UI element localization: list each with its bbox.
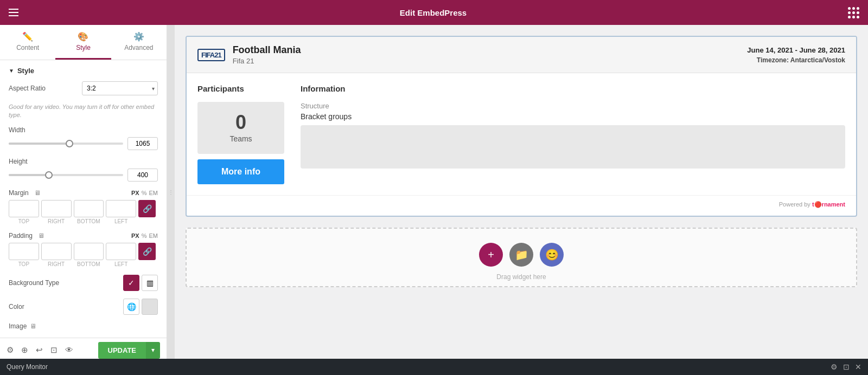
margin-link-button[interactable]: 🔗 (138, 200, 156, 217)
margin-left-label: LEFT (106, 218, 136, 224)
panel-content: ▼ Style Aspect Ratio 3:2 16:9 4:3 1:1 ▾ … (0, 60, 167, 338)
color-swatch-btn[interactable] (142, 299, 158, 315)
eye-icon[interactable]: 👁 (65, 345, 73, 355)
margin-section: Margin 🖥 PX % EM 🔗 (9, 189, 158, 224)
padding-left-input[interactable] (106, 243, 136, 260)
layers-icon[interactable]: ⊕ (21, 345, 28, 355)
padding-unit-px[interactable]: PX (131, 232, 139, 239)
qm-icons: ⚙ ⊡ ✕ (831, 363, 861, 371)
padding-inputs-grid: 🔗 (9, 243, 158, 260)
margin-device-icon: 🖥 (34, 189, 41, 197)
query-monitor-label[interactable]: Query Monitor (7, 363, 48, 371)
embed-date-range: June 14, 2021 - June 28, 2021 (747, 46, 845, 54)
height-slider-track[interactable] (9, 174, 123, 176)
background-type-buttons: ✓ ▥ (123, 275, 158, 291)
padding-right-input[interactable] (41, 243, 72, 260)
aspect-ratio-row: Aspect Ratio 3:2 16:9 4:3 1:1 ▾ (9, 81, 158, 95)
left-panel: ✏️ Content 🎨 Style ⚙️ Advanced ▼ Style A… (0, 25, 167, 359)
tab-advanced[interactable]: ⚙️ Advanced (111, 25, 167, 60)
padding-top-label: TOP (9, 261, 39, 267)
padding-left-label: LEFT (106, 261, 136, 267)
query-monitor-bar: Query Monitor ⚙ ⊡ ✕ (0, 359, 868, 375)
embed-timezone: Timezone: Antarctica/Vostok (747, 56, 845, 64)
embed-subtitle: Fifa 21 (233, 57, 301, 65)
width-input[interactable] (127, 137, 158, 150)
height-input[interactable] (127, 169, 158, 182)
margin-left-input[interactable] (106, 200, 136, 217)
collapse-arrow: ▼ (9, 68, 14, 74)
main-layout: ✏️ Content 🎨 Style ⚙️ Advanced ▼ Style A… (0, 25, 868, 359)
aspect-ratio-select[interactable]: 3:2 16:9 4:3 1:1 (82, 81, 158, 95)
color-label: Color (9, 303, 24, 311)
bottom-icons: ⚙ ⊕ ↩ ⊡ 👁 (7, 345, 73, 355)
embed-title-text: Football Mania (233, 44, 301, 56)
grid-icon[interactable] (848, 7, 859, 18)
padding-right-label: RIGHT (41, 261, 72, 267)
style-icon: 🎨 (78, 31, 88, 42)
more-info-button[interactable]: More info (197, 159, 284, 184)
margin-label: Margin (9, 189, 29, 197)
padding-unit-percent[interactable]: % (142, 232, 147, 239)
embed-header: FIFA21 Football Mania Fifa 21 June 14, 2… (187, 37, 856, 73)
settings-icon[interactable]: ⚙ (7, 345, 14, 355)
fifa-logo: FIFA21 (197, 49, 225, 61)
margin-unit-percent[interactable]: % (142, 190, 147, 196)
height-label: Height (9, 158, 28, 165)
folder-button[interactable]: 📁 (509, 243, 533, 267)
add-widget-button[interactable]: + (479, 243, 503, 267)
bg-classic-btn[interactable]: ✓ (123, 275, 139, 291)
color-globe-btn[interactable]: 🌐 (123, 299, 139, 315)
drag-widget-text: Drag widget here (496, 273, 546, 281)
qm-settings-icon[interactable]: ⚙ (831, 363, 838, 371)
margin-units: PX % EM (131, 190, 158, 196)
margin-top-input[interactable] (9, 200, 39, 217)
tab-content-label: Content (16, 44, 39, 51)
embed-columns: Participants 0 Teams More info Informati… (197, 84, 845, 184)
participants-count: 0 (206, 113, 276, 132)
padding-top-input[interactable] (9, 243, 39, 260)
margin-inputs-grid: 🔗 (9, 200, 158, 217)
bottom-bar: ⚙ ⊕ ↩ ⊡ 👁 UPDATE ▾ (0, 338, 167, 359)
margin-bottom-input[interactable] (74, 200, 104, 217)
margin-unit-em[interactable]: EM (149, 190, 158, 196)
information-col-header: Information (301, 84, 845, 93)
history-icon[interactable]: ↩ (36, 345, 43, 355)
margin-right-input[interactable] (41, 200, 72, 217)
tornament-brand: t🔴rnament (812, 201, 845, 208)
tab-style-label: Style (76, 44, 91, 51)
tab-style[interactable]: 🎨 Style (55, 25, 111, 60)
advanced-icon: ⚙️ (133, 31, 144, 42)
tab-advanced-label: Advanced (124, 44, 153, 51)
padding-label: Padding (9, 232, 33, 240)
padding-unit-em[interactable]: EM (149, 232, 158, 239)
teams-label: Teams (206, 134, 276, 143)
update-button[interactable]: UPDATE (98, 342, 146, 359)
qm-copy-icon[interactable]: ⊡ (843, 363, 850, 371)
powered-by-text: Powered by (779, 201, 810, 208)
margin-unit-px[interactable]: PX (131, 190, 139, 196)
powered-by: Powered by t🔴rnament (187, 195, 856, 216)
embed-button[interactable]: 😊 (540, 243, 564, 267)
qm-close-icon[interactable]: ✕ (855, 363, 861, 371)
embed-card: FIFA21 Football Mania Fifa 21 June 14, 2… (186, 36, 857, 217)
responsive-icon[interactable]: ⊡ (50, 345, 58, 355)
style-section-header[interactable]: ▼ Style (9, 60, 158, 81)
width-label: Width (9, 126, 25, 134)
width-slider-row (9, 137, 158, 150)
aspect-ratio-label: Aspect Ratio (9, 85, 46, 92)
information-column: Information Structure Bracket groups (301, 84, 845, 184)
width-slider-track[interactable] (9, 143, 123, 145)
resize-handle[interactable]: ⋮ (167, 25, 175, 359)
bg-gradient-btn[interactable]: ▥ (142, 275, 158, 291)
participants-box: 0 Teams (197, 102, 284, 154)
menu-icon[interactable] (9, 9, 18, 16)
embed-body: Participants 0 Teams More info Informati… (187, 73, 856, 195)
padding-bottom-input[interactable] (74, 243, 104, 260)
margin-bottom-label: BOTTOM (74, 218, 104, 224)
image-row: Image 🖥 (9, 322, 158, 330)
image-device-icon: 🖥 (30, 322, 36, 330)
tab-content[interactable]: ✏️ Content (0, 25, 55, 60)
margin-right-label: RIGHT (41, 218, 72, 224)
padding-link-button[interactable]: 🔗 (138, 243, 156, 260)
update-arrow-button[interactable]: ▾ (146, 342, 160, 359)
